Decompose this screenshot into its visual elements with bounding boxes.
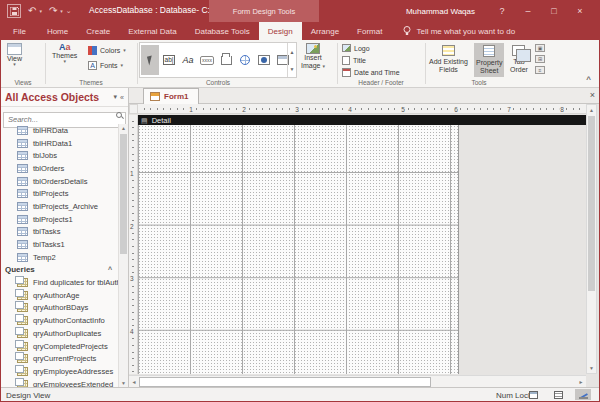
scroll-up-icon[interactable]: ▲ <box>587 105 596 115</box>
tab-design[interactable]: Design <box>259 22 302 40</box>
nav-item-table[interactable]: tblHRData <box>1 124 118 137</box>
button-control[interactable]: xxxx <box>198 45 216 75</box>
redo-button[interactable]: ↷ <box>49 6 57 16</box>
nav-item-query[interactable]: qryAuthorDuplicates <box>1 327 118 340</box>
tab-order-label-2: Order <box>510 66 528 73</box>
scroll-up-icon[interactable]: ▲ <box>119 124 128 133</box>
redo-dropdown-icon[interactable]: ▾ <box>60 8 63 14</box>
gallery-scroll-up-icon[interactable]: ▲ <box>290 49 295 55</box>
nav-item-table[interactable]: tblProjects <box>1 187 118 200</box>
nav-item-table[interactable]: tblOrders <box>1 162 118 175</box>
nav-item-label: qryAuthorDuplicates <box>33 329 101 338</box>
scrollbar-thumb[interactable] <box>139 377 431 387</box>
tab-create[interactable]: Create <box>77 22 119 40</box>
user-name[interactable]: Muhammad Waqas <box>406 7 475 16</box>
undo-button[interactable]: ↶ <box>28 6 36 16</box>
nav-item-table[interactable]: Temp2 <box>1 251 118 264</box>
scroll-down-icon[interactable]: ▼ <box>587 363 596 373</box>
table-icon <box>17 177 28 186</box>
subform-new-window-button[interactable]: ▣ <box>535 44 545 52</box>
tell-me-box[interactable]: Tell me what you want to do <box>403 22 515 40</box>
nav-item-query[interactable]: qryEmployeeAddresses <box>1 365 118 378</box>
close-button[interactable]: × <box>567 0 593 22</box>
nav-item-table[interactable]: tblOrdersDetails <box>1 175 118 188</box>
navigation-pane-header[interactable]: All Access Objects ▾ « <box>1 88 128 107</box>
colors-button[interactable]: Colors ▾ <box>88 46 126 55</box>
view-button[interactable]: View ▾ <box>7 43 22 67</box>
nav-item-query[interactable]: qryCurrentProjects <box>1 352 118 365</box>
maximize-button[interactable]: □ <box>541 0 567 22</box>
label-control[interactable]: Aa <box>179 45 197 75</box>
tab-external-data[interactable]: External Data <box>119 22 185 40</box>
nav-item-table[interactable]: tblTasks <box>1 226 118 239</box>
nav-item-table[interactable]: tblProjects_Archive <box>1 200 118 213</box>
tab-database-tools[interactable]: Database Tools <box>186 22 259 40</box>
queries-group-header[interactable]: Queries^ <box>1 264 118 277</box>
collapse-group-icon[interactable]: ^ <box>108 266 112 273</box>
insert-image-button[interactable]: InsertImage ▾ <box>301 43 325 70</box>
tab-home[interactable]: Home <box>38 22 77 40</box>
fonts-button[interactable]: A Fonts ▾ <box>88 61 123 70</box>
date-time-button[interactable]: Date and Time <box>342 66 400 78</box>
nav-item-table[interactable]: tblHRData1 <box>1 137 118 150</box>
nav-item-query[interactable]: qryCompletedProjects <box>1 340 118 353</box>
hyperlink-control[interactable] <box>236 45 254 75</box>
textbox-control[interactable]: ab| <box>160 45 178 75</box>
close-document-icon[interactable]: × <box>590 90 595 100</box>
view-code-button[interactable]: ⊞ <box>535 55 545 63</box>
ruler-number: 7 <box>506 106 512 113</box>
sidebar-scrollbar[interactable]: ▲ ▼ <box>118 124 128 388</box>
nav-item-query[interactable]: qryAuthorBDays <box>1 302 118 315</box>
scrollbar-thumb[interactable] <box>120 134 127 254</box>
detail-design-grid[interactable] <box>138 125 459 374</box>
tab-order-button[interactable]: TabOrder <box>508 43 530 76</box>
design-view-button[interactable] <box>575 389 591 400</box>
nav-item-query[interactable]: Find duplicates for tblAuthors <box>1 276 118 289</box>
convert-macros-button[interactable]: ≡ <box>535 66 545 74</box>
horizontal-ruler[interactable]: 1 2 3 4 5 6 7 8 <box>138 104 586 114</box>
select-tool[interactable] <box>141 45 159 75</box>
minimize-button[interactable]: – <box>515 0 541 22</box>
detail-section-bar[interactable]: ▤ Detail <box>138 115 586 125</box>
tab-control[interactable] <box>217 45 235 75</box>
nav-item-label: tblJobs <box>33 151 57 160</box>
nav-item-table[interactable]: tblProjects1 <box>1 213 118 226</box>
help-button[interactable]: ? <box>489 0 515 22</box>
themes-button[interactable]: Aa Themes ▾ <box>52 43 77 64</box>
document-tab-form1[interactable]: Form1 <box>143 88 199 104</box>
tab-format[interactable]: Format <box>348 22 391 40</box>
tab-arrange[interactable]: Arrange <box>302 22 348 40</box>
layout-view-button[interactable] <box>550 389 566 400</box>
logo-button[interactable]: Logo <box>342 42 370 54</box>
view-icon <box>7 43 22 55</box>
property-sheet-button[interactable]: PropertySheet <box>474 43 504 77</box>
property-sheet-label-2: Sheet <box>480 67 498 74</box>
scrollbar-thumb[interactable] <box>588 116 595 291</box>
nav-item-table[interactable]: tblTasks1 <box>1 238 118 251</box>
vertical-ruler[interactable]: 1 2 3 4 <box>129 115 138 374</box>
table-icon <box>17 253 28 262</box>
nav-item-table[interactable]: tblJobs <box>1 149 118 162</box>
themes-group: Aa Themes ▾ Colors ▾ A Fonts ▾ Themes <box>46 40 136 87</box>
query-icon <box>17 303 28 312</box>
canvas-vertical-scrollbar[interactable]: ▲ ▼ <box>586 104 597 374</box>
nav-item-query[interactable]: qryAuthorAge <box>1 289 118 302</box>
nav-menu-dropdown-icon[interactable]: ▾ <box>114 93 118 101</box>
insert-image-label-1: Insert <box>304 54 322 61</box>
customize-qat-button[interactable]: ⌄ <box>66 7 72 15</box>
collapse-ribbon-button[interactable]: ^ <box>586 75 591 84</box>
form-view-button[interactable] <box>525 389 541 400</box>
undo-dropdown-icon[interactable]: ▾ <box>39 8 42 14</box>
title-button[interactable]: Title <box>342 54 366 66</box>
gallery-scrollbar[interactable]: ▲▼ <box>287 43 296 77</box>
save-button[interactable] <box>7 4 21 18</box>
ruler-number: 5 <box>400 106 406 113</box>
add-existing-fields-button[interactable]: Add ExistingFields <box>427 43 470 76</box>
tab-file[interactable]: File <box>1 22 38 40</box>
web-browser-control[interactable] <box>255 45 273 75</box>
shutter-bar-close-icon[interactable]: « <box>120 94 124 101</box>
ruler-number: 6 <box>453 106 459 113</box>
form-selector-box[interactable] <box>129 104 138 114</box>
nav-item-query[interactable]: qryAuthorContactInfo <box>1 314 118 327</box>
gallery-scroll-down-icon[interactable]: ▼ <box>290 66 295 72</box>
